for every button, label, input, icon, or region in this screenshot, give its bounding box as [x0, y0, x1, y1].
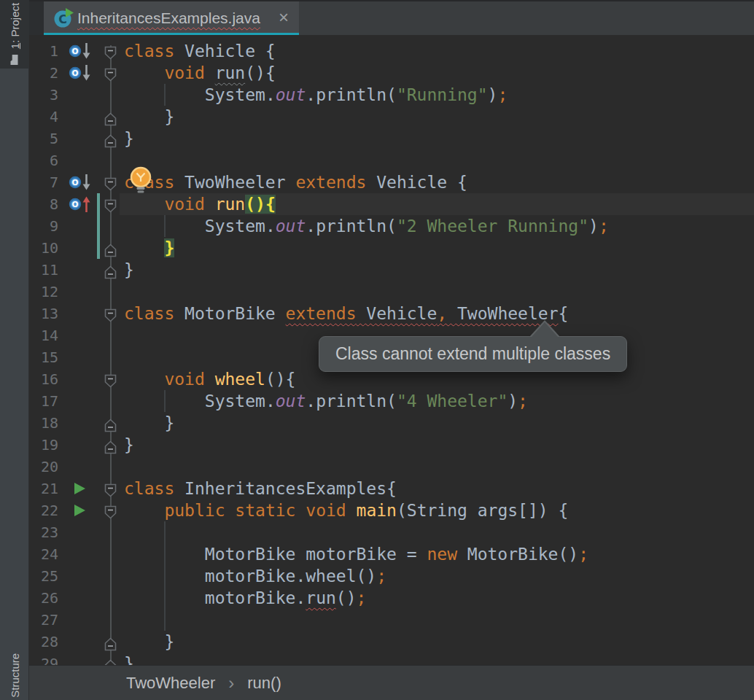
- code-token: ): [588, 217, 599, 236]
- code-token: }: [164, 413, 174, 432]
- intention-bulb-icon[interactable]: [127, 166, 155, 198]
- code-text: }: [124, 259, 134, 281]
- indent-guide: [164, 543, 166, 565]
- line-number: 8: [29, 193, 58, 215]
- code-line[interactable]: 9System.out.println("2 Wheeler Running")…: [29, 215, 754, 237]
- code-token: ;: [518, 392, 528, 411]
- line-number: 1: [29, 40, 58, 62]
- code-token: ;: [357, 588, 367, 607]
- tool-window-bar: 1: Project : Structure: [0, 0, 29, 700]
- code-line[interactable]: 10}: [29, 237, 754, 259]
- code-token: void: [164, 63, 204, 82]
- code-token: void: [306, 501, 346, 520]
- code-line[interactable]: 25motorBike.wheel();: [29, 565, 754, 587]
- code-token: [205, 370, 215, 389]
- fold-marker[interactable]: [104, 656, 117, 665]
- line-number: 9: [29, 215, 58, 237]
- code-text: MotorBike motorBike = new MotorBike();: [205, 543, 588, 565]
- code-line[interactable]: 11}: [29, 259, 754, 281]
- line-number: 22: [29, 499, 58, 521]
- code-line[interactable]: 1Oclass Vehicle {: [29, 40, 754, 62]
- code-token: MotorBike(): [457, 545, 578, 564]
- code-token: [205, 63, 215, 82]
- code-line[interactable]: 28}: [29, 631, 754, 653]
- code-token: out: [276, 392, 306, 411]
- code-token: InheritancesExamples{: [174, 479, 397, 498]
- structure-tool-button[interactable]: : Structure: [0, 633, 29, 700]
- code-line[interactable]: 4}: [29, 106, 754, 128]
- svg-text:O: O: [72, 178, 79, 187]
- code-line[interactable]: 23: [29, 521, 754, 543]
- code-line[interactable]: 18}: [29, 412, 754, 434]
- code-line[interactable]: 12: [29, 281, 754, 303]
- code-text: }: [124, 653, 134, 665]
- line-number: 3: [29, 84, 58, 106]
- code-token: [295, 501, 306, 520]
- code-token: public: [164, 501, 225, 520]
- line-number: 25: [29, 565, 58, 587]
- code-line[interactable]: 27: [29, 609, 754, 631]
- code-line[interactable]: 13class MotorBike extends Vehicle, TwoWh…: [29, 303, 754, 324]
- code-token: ;: [497, 85, 508, 104]
- line-number: 13: [29, 303, 58, 324]
- breadcrumb-item[interactable]: TwoWheeler: [126, 674, 215, 693]
- code-line[interactable]: 3System.out.println("Running");: [29, 84, 754, 106]
- code-token: "Running": [397, 85, 488, 104]
- code-line[interactable]: 29}: [29, 653, 754, 665]
- code-line[interactable]: 20: [29, 456, 754, 478]
- code-text: class MotorBike extends Vehicle, TwoWhee…: [124, 303, 568, 324]
- line-number: 5: [29, 128, 58, 149]
- breadcrumb: TwoWheeler›run(): [29, 665, 754, 700]
- code-token: void: [164, 195, 204, 214]
- code-line[interactable]: 24MotorBike motorBike = new MotorBike();: [29, 543, 754, 565]
- tooltip-text: Class cannot extend multiple classes: [335, 344, 610, 363]
- indent-guide: [164, 521, 166, 543]
- breadcrumb-item[interactable]: run(): [247, 674, 281, 693]
- code-token: System.: [205, 85, 276, 104]
- code-token: (): [336, 588, 357, 607]
- code-token: wheel: [215, 370, 265, 389]
- code-line[interactable]: 17System.out.println("4 Wheeler");: [29, 390, 754, 412]
- code-line[interactable]: 22public static void main(String args[])…: [29, 499, 754, 521]
- code-token: }: [124, 260, 134, 279]
- breadcrumb-separator-icon: ›: [228, 676, 234, 691]
- line-number: 6: [29, 149, 58, 171]
- code-token: ): [488, 85, 498, 104]
- code-token: "2 Wheeler Running": [397, 217, 588, 236]
- svg-text:O: O: [72, 69, 79, 77]
- line-number: 26: [29, 587, 58, 609]
- code-token: Vehicle {: [174, 42, 275, 61]
- code-text: }: [124, 434, 134, 456]
- code-line[interactable]: 19}: [29, 434, 754, 456]
- code-token: }: [124, 654, 134, 665]
- file-tab[interactable]: C InheritancesExamples.java ×: [44, 1, 299, 36]
- code-text: class TwoWheeler extends Vehicle {: [124, 171, 467, 193]
- code-text: void run(){: [164, 62, 275, 84]
- line-number: 12: [29, 281, 58, 303]
- error-tooltip: Class cannot extend multiple classes: [319, 336, 627, 372]
- indent-guide: [164, 215, 166, 237]
- code-token: out: [276, 85, 306, 104]
- svg-text:O: O: [72, 200, 79, 209]
- code-token: [205, 195, 215, 214]
- java-class-icon: C: [53, 7, 74, 29]
- code-token: (){: [265, 370, 296, 389]
- line-number: 10: [29, 237, 58, 259]
- code-token: ;: [599, 217, 609, 236]
- code-token: run: [306, 588, 336, 607]
- close-icon[interactable]: ×: [279, 7, 289, 28]
- code-token: motorBike.: [205, 588, 306, 607]
- code-token: Vehicle {: [366, 173, 467, 192]
- code-text: }: [124, 128, 134, 149]
- code-line[interactable]: 21class InheritancesExamples{: [29, 478, 754, 499]
- project-tool-button[interactable]: 1: Project: [0, 0, 29, 69]
- code-line[interactable]: 5}: [29, 128, 754, 149]
- code-line[interactable]: 2Ovoid run(){: [29, 62, 754, 84]
- code-line[interactable]: 26motorBike.run();: [29, 587, 754, 609]
- code-token: class: [124, 479, 174, 498]
- svg-text:O: O: [72, 47, 79, 55]
- code-token: TwoWheeler: [174, 173, 295, 192]
- line-number: 23: [29, 521, 58, 543]
- code-token: new: [427, 545, 457, 564]
- code-token: motorBike.wheel(): [205, 567, 376, 586]
